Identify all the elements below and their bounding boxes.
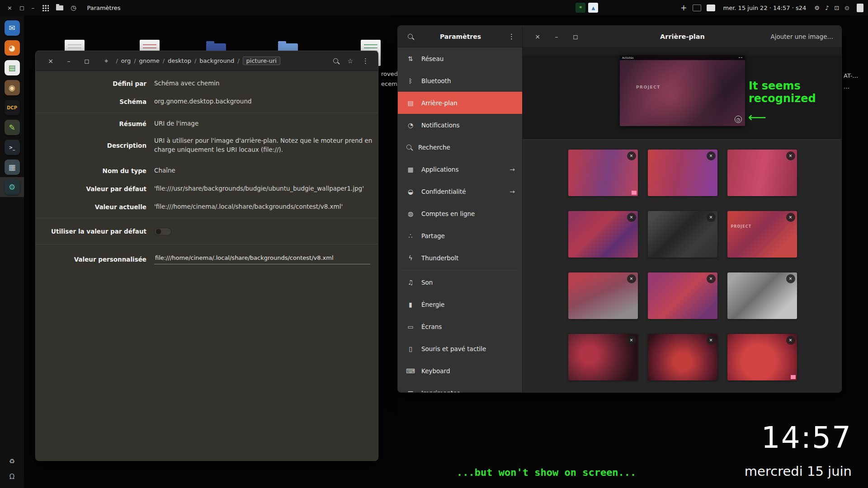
dock-item-notes[interactable]: ✎ bbox=[0, 117, 24, 137]
close-icon[interactable]: × bbox=[534, 33, 541, 40]
app-grid-icon[interactable] bbox=[42, 4, 49, 11]
wallpaper-thumbnail[interactable]: × bbox=[568, 272, 638, 319]
dock-item-notifications-bell[interactable]: Ω bbox=[6, 471, 19, 483]
remove-wallpaper-button[interactable]: × bbox=[786, 274, 795, 283]
sidebar-item-icon: ▥ bbox=[406, 389, 415, 393]
remove-wallpaper-button[interactable]: × bbox=[707, 274, 716, 283]
close-icon[interactable]: × bbox=[47, 57, 54, 65]
pictures-icon[interactable] bbox=[707, 5, 715, 11]
tray-photo-icon[interactable]: ▲ bbox=[588, 3, 598, 13]
sidebar-item-label: Arrière-plan bbox=[421, 99, 458, 107]
wallpaper-thumbnail[interactable]: × bbox=[648, 272, 717, 319]
sidebar-item--nergie[interactable]: ▮ Énergie bbox=[398, 293, 522, 315]
sidebar-item-icon bbox=[406, 145, 411, 150]
display-icon[interactable]: ⊡ bbox=[834, 5, 839, 11]
remove-wallpaper-button[interactable]: × bbox=[786, 151, 795, 160]
panel-clock[interactable]: mer. 15 juin 22 · 14:57 · s24 bbox=[723, 5, 807, 11]
property-label: Résumé bbox=[36, 120, 146, 127]
sidebar-item-imprimantes[interactable]: ▥ Imprimantes bbox=[398, 382, 522, 393]
add-image-button[interactable]: Ajouter une image… bbox=[770, 33, 833, 40]
wallpaper-thumbnail[interactable]: × bbox=[568, 211, 638, 258]
dock-item-dcp[interactable]: DCP bbox=[0, 98, 24, 117]
remove-wallpaper-button[interactable]: × bbox=[627, 336, 636, 345]
wallpaper-thumbnail[interactable]: × bbox=[648, 211, 717, 258]
sidebar-item-thunderbolt[interactable]: ϟ Thunderbolt bbox=[398, 247, 522, 269]
dock-item-terminal[interactable]: >_ bbox=[0, 137, 24, 157]
breadcrumb-segment[interactable]: desktop bbox=[168, 57, 191, 64]
dock-item-libreoffice[interactable]: ▤ bbox=[0, 58, 24, 78]
custom-value-input[interactable] bbox=[154, 254, 370, 264]
sidebar-item-arri-re-plan[interactable]: ▤ Arrière-plan bbox=[398, 92, 522, 114]
menu-icon[interactable]: ⋮ bbox=[362, 57, 369, 65]
breadcrumb-segment[interactable]: picture-uri bbox=[243, 56, 280, 65]
panel-edge-widget[interactable] bbox=[857, 4, 863, 12]
minimize-icon[interactable]: – bbox=[553, 33, 560, 40]
recent-icon[interactable]: ◷ bbox=[71, 4, 76, 11]
power-icon[interactable]: ⊙ bbox=[844, 5, 849, 11]
sidebar-item-applications[interactable]: ▦ Applications → bbox=[398, 158, 522, 180]
sidebar-item--crans[interactable]: ▭ Écrans bbox=[398, 315, 522, 338]
remove-wallpaper-button[interactable]: × bbox=[627, 151, 636, 160]
files-icon[interactable] bbox=[56, 5, 63, 10]
sidebar-item-confidentialit-[interactable]: ◒ Confidentialité → bbox=[398, 180, 522, 202]
sidebar-item-recherche[interactable]: Recherche bbox=[398, 136, 522, 158]
breadcrumb-segment[interactable]: org bbox=[121, 57, 131, 64]
workspace-icon[interactable] bbox=[693, 5, 701, 11]
wallpaper-thumbnail[interactable]: × bbox=[727, 334, 797, 380]
desktop: × ◻ – ◷ Paramètres * ▲ + mer. 15 juin 22… bbox=[0, 0, 868, 488]
tray-plant-icon[interactable]: * bbox=[576, 3, 585, 13]
wallpaper-thumbnail[interactable]: × bbox=[648, 150, 717, 196]
dock-item-files[interactable]: ▦ bbox=[0, 157, 24, 177]
settings-gear-icon[interactable]: ⚙ bbox=[814, 5, 820, 11]
wallpaper-thumbnail[interactable]: × bbox=[648, 334, 717, 380]
use-default-toggle[interactable] bbox=[154, 228, 171, 235]
search-icon[interactable] bbox=[333, 58, 338, 63]
panel-minimize-icon[interactable]: – bbox=[32, 5, 35, 11]
sidebar-item-partage[interactable]: ∴ Partage bbox=[398, 225, 522, 247]
maximize-icon[interactable]: ◻ bbox=[84, 57, 90, 65]
sidebar-item-icon: ◔ bbox=[406, 122, 415, 129]
panel-add-icon[interactable]: + bbox=[680, 3, 687, 12]
property-value: URI de l'image bbox=[154, 119, 198, 128]
remove-wallpaper-button[interactable]: × bbox=[627, 213, 636, 222]
desktop-label-fragment: … bbox=[844, 83, 849, 90]
panel-maximize-icon[interactable]: ◻ bbox=[19, 5, 24, 11]
dock-item-firefox[interactable]: ◕ bbox=[0, 38, 24, 58]
property-value: 'file:///usr/share/backgrounds/budgie/ub… bbox=[154, 184, 364, 193]
sidebar-item-label: Applications bbox=[421, 166, 458, 173]
sidebar-item-comptes-en-ligne[interactable]: ◍ Comptes en ligne bbox=[398, 202, 522, 225]
dock-item-mail[interactable]: ✉ bbox=[0, 18, 24, 38]
remove-wallpaper-button[interactable]: × bbox=[786, 336, 795, 345]
sidebar-item-r-seau[interactable]: ⇅ Réseau bbox=[398, 47, 522, 70]
dock-item-trash[interactable]: ♻ bbox=[6, 455, 19, 467]
remove-wallpaper-button[interactable]: × bbox=[707, 213, 716, 222]
maximize-icon[interactable]: ◻ bbox=[572, 33, 579, 40]
sidebar-item-notifications[interactable]: ◔ Notifications bbox=[398, 114, 522, 136]
sidebar-item-son[interactable]: ♫ Son bbox=[398, 271, 522, 293]
wallpaper-thumbnail[interactable]: × PROJECT bbox=[727, 211, 797, 258]
volume-icon[interactable]: ♪ bbox=[825, 5, 829, 11]
sidebar-item-keyboard[interactable]: ⌨ Keyboard bbox=[398, 360, 522, 382]
remove-wallpaper-button[interactable]: × bbox=[786, 213, 795, 222]
panel-close-icon[interactable]: × bbox=[7, 5, 12, 11]
breadcrumb-segment[interactable]: gnome bbox=[139, 57, 160, 64]
app-icon: DCP bbox=[5, 100, 20, 115]
dock-item-budgie-settings[interactable]: ⚙ bbox=[0, 177, 24, 197]
chevron-right-icon: → bbox=[509, 166, 515, 173]
wallpaper-thumbnail[interactable]: × bbox=[568, 334, 638, 380]
dock-item-owl[interactable]: ◉ bbox=[0, 78, 24, 98]
search-icon[interactable] bbox=[408, 34, 413, 39]
sidebar-item-bluetooth[interactable]: ᛒ Bluetooth bbox=[398, 70, 522, 92]
path-mode-icon[interactable]: ⌖ bbox=[104, 57, 108, 65]
breadcrumb-segment[interactable]: background bbox=[199, 57, 234, 64]
wallpaper-thumbnail[interactable]: × bbox=[727, 150, 797, 196]
sidebar-item-souris-et-pav-tactile[interactable]: ▯ Souris et pavé tactile bbox=[398, 338, 522, 360]
remove-wallpaper-button[interactable]: × bbox=[627, 274, 636, 283]
remove-wallpaper-button[interactable]: × bbox=[707, 151, 716, 160]
bookmark-icon[interactable]: ☆ bbox=[347, 57, 353, 65]
wallpaper-thumbnail[interactable]: × bbox=[727, 272, 797, 319]
minimize-icon[interactable]: – bbox=[66, 57, 72, 65]
remove-wallpaper-button[interactable]: × bbox=[707, 336, 716, 345]
wallpaper-thumbnail[interactable]: × bbox=[568, 150, 638, 196]
menu-icon[interactable]: ⋮ bbox=[508, 33, 515, 41]
